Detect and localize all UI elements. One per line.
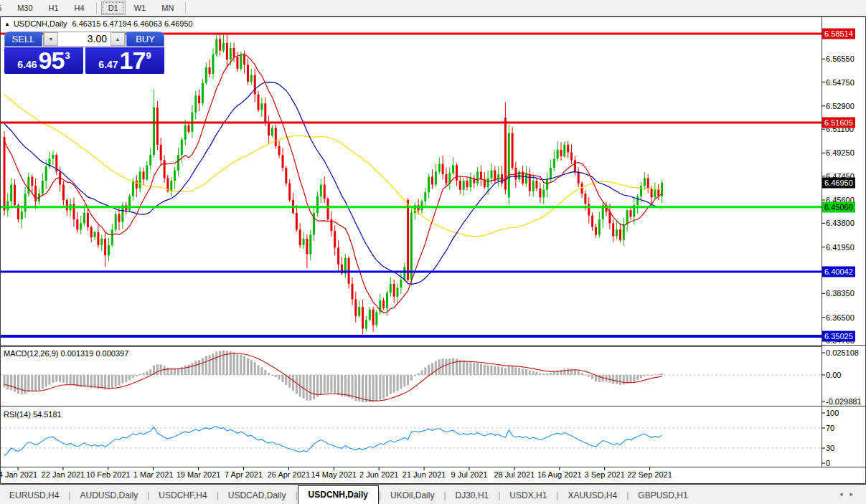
candle xyxy=(316,191,319,217)
candle xyxy=(393,280,395,303)
chart-tab-gbpusd[interactable]: GBPUSD,H1 xyxy=(629,487,697,504)
volume-input[interactable]: 3.00 xyxy=(58,32,110,46)
candle xyxy=(194,91,197,120)
candle xyxy=(226,34,228,67)
candle xyxy=(111,224,113,247)
candle xyxy=(271,125,273,138)
chart-tab-usdx[interactable]: USDX,H1 xyxy=(500,487,556,504)
candle xyxy=(313,206,315,242)
candle xyxy=(344,254,347,278)
chart-tab-audusd[interactable]: AUDUSD,Daily xyxy=(70,487,147,504)
candle xyxy=(250,69,253,85)
price-axis[interactable]: 6.565506.547506.529006.511006.492506.474… xyxy=(822,16,866,468)
buy-price-display[interactable]: 6.47 17 9 xyxy=(85,47,164,74)
candle xyxy=(278,141,281,158)
sell-button[interactable]: SELL xyxy=(4,32,42,47)
collapse-arrow-icon[interactable]: ▲ xyxy=(4,21,10,27)
sell-price-display[interactable]: 6.46 95 3 xyxy=(4,47,83,74)
candle xyxy=(459,177,461,194)
date-label: 28 Jul 2021 xyxy=(494,470,535,479)
timeframe-button-h1[interactable]: H1 xyxy=(42,1,66,15)
candle xyxy=(626,209,629,232)
candle xyxy=(62,181,65,206)
timeframe-button-mn[interactable]: MN xyxy=(154,1,181,15)
date-label: 2 Jun 2021 xyxy=(359,470,398,479)
candle xyxy=(352,277,354,305)
timeframe-button-d1[interactable]: D1 xyxy=(101,1,126,15)
chart-tab-usdchf[interactable]: USDCHF,H4 xyxy=(149,487,216,504)
timeframe-button-w1[interactable]: W1 xyxy=(127,1,154,15)
candle xyxy=(476,167,479,186)
candle xyxy=(501,166,503,186)
candle xyxy=(76,212,78,233)
candle xyxy=(480,166,482,186)
macd-signal-line xyxy=(4,353,662,401)
candle xyxy=(636,194,639,214)
price-axis-label: 6.52900 xyxy=(826,102,855,110)
candle xyxy=(209,60,211,78)
candle xyxy=(473,175,475,188)
candle xyxy=(560,142,563,161)
date-label: 26 Apr 2021 xyxy=(268,470,310,479)
chart-frame xyxy=(1,17,866,484)
timeframe-button-5[interactable]: 5 xyxy=(0,1,9,15)
candle xyxy=(268,116,270,144)
candle xyxy=(354,292,357,323)
price-chart[interactable] xyxy=(0,0,866,504)
candle xyxy=(24,187,27,218)
candle xyxy=(574,156,576,176)
candle xyxy=(288,179,291,202)
date-label: 7 Apr 2021 xyxy=(225,470,263,479)
chart-tab-usdcnh[interactable]: USDCNH,Daily xyxy=(298,485,379,504)
scroll-right-icon[interactable]: ▸ xyxy=(849,490,860,498)
candle xyxy=(104,232,106,267)
candle xyxy=(546,173,548,198)
candle xyxy=(285,166,287,186)
chart-tab-eurusd[interactable]: EURUSD,H4 xyxy=(0,487,68,504)
timeframe-button-h4[interactable]: H4 xyxy=(67,1,92,15)
candle xyxy=(400,272,402,294)
date-label: 22 Jan 2021 xyxy=(42,470,85,479)
candle xyxy=(219,34,221,55)
candle xyxy=(630,208,632,219)
scroll-left-icon[interactable]: ◂ xyxy=(839,490,850,498)
chart-tab-xauusd[interactable]: XAUUSD,H4 xyxy=(558,487,626,504)
candle xyxy=(382,298,385,310)
candle xyxy=(198,90,200,111)
date-label: 10 Feb 2021 xyxy=(86,470,131,479)
buy-button[interactable]: BUY xyxy=(126,32,164,47)
candles-layer xyxy=(4,34,664,336)
candle xyxy=(557,141,559,161)
buy-price-point: 9 xyxy=(146,50,151,61)
candle xyxy=(115,211,117,232)
candle xyxy=(647,174,649,194)
candle xyxy=(448,167,451,189)
chart-tab-ukoil[interactable]: UKOil,Daily xyxy=(381,487,443,504)
time-axis[interactable]: 4 Jan 202122 Jan 202110 Feb 20211 Mar 20… xyxy=(0,468,822,483)
date-label: 9 Jul 2021 xyxy=(451,470,488,479)
candle xyxy=(125,202,127,215)
candle xyxy=(588,197,590,224)
candle xyxy=(424,188,426,208)
candle xyxy=(570,144,573,164)
volume-decrease-button[interactable]: ▼ xyxy=(44,32,58,46)
chevron-down-icon: ▼ xyxy=(49,37,54,42)
timeframe-button-m30[interactable]: M30 xyxy=(10,1,39,15)
candle xyxy=(553,151,555,171)
candle xyxy=(324,176,326,203)
ma-fast-line xyxy=(4,54,662,313)
buy-price-pips: 17 xyxy=(120,47,146,75)
chart-tab-usdcad[interactable]: USDCAD,Daily xyxy=(219,487,296,504)
chart-tab-dj30[interactable]: DJ30,H1 xyxy=(446,487,499,504)
candle xyxy=(292,193,294,214)
candle xyxy=(379,294,381,315)
candle xyxy=(21,208,23,228)
sell-price-pips: 95 xyxy=(39,47,65,75)
candle xyxy=(595,224,597,238)
candle xyxy=(146,161,148,181)
buy-price-major: 6.47 xyxy=(98,59,118,70)
candle xyxy=(4,131,6,216)
candle xyxy=(143,168,145,186)
candle xyxy=(188,123,190,134)
volume-increase-button[interactable]: ▲ xyxy=(110,32,125,46)
